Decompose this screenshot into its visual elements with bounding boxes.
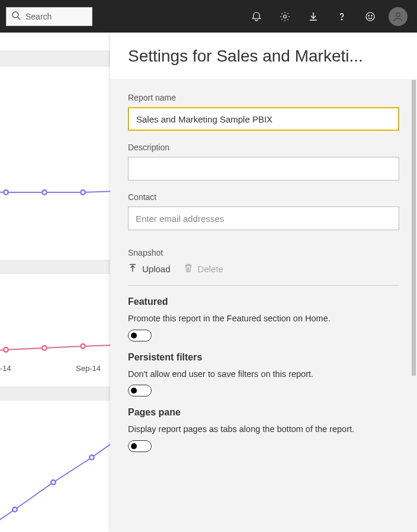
svg-point-3: [341, 19, 342, 20]
panel-title: Settings for Sales and Marketi...: [128, 47, 399, 66]
pages-pane-heading: Pages pane: [128, 407, 399, 418]
svg-point-2: [284, 15, 287, 18]
persistent-filters-toggle[interactable]: [128, 385, 152, 396]
svg-point-6: [371, 15, 372, 15]
pages-pane-toggle[interactable]: [128, 440, 152, 452]
scrollbar-thumb[interactable]: [412, 80, 416, 376]
svg-point-7: [396, 12, 400, 16]
contact-label: Contact: [128, 192, 399, 202]
axis-tick: -14: [0, 364, 11, 373]
divider: [128, 285, 399, 286]
svg-point-23: [52, 481, 55, 484]
report-name-input[interactable]: [128, 107, 399, 131]
svg-point-15: [5, 349, 8, 352]
description-input[interactable]: [128, 157, 399, 180]
search-box[interactable]: [6, 7, 92, 26]
featured-heading: Featured: [128, 296, 399, 307]
delete-button: Delete: [184, 263, 223, 275]
persistent-filters-desc: Don't allow end user to save filters on …: [128, 369, 399, 381]
panel-titlebar: Settings for Sales and Marketi...: [110, 33, 417, 80]
delete-label: Delete: [198, 264, 223, 274]
svg-point-19: [82, 345, 85, 348]
upload-icon: [128, 263, 137, 275]
bg-chart-2: [0, 317, 113, 388]
svg-line-1: [18, 17, 20, 20]
upload-button[interactable]: Upload: [128, 263, 171, 275]
svg-point-13: [82, 191, 85, 194]
search-input[interactable]: [25, 12, 87, 21]
featured-toggle[interactable]: [128, 330, 152, 341]
gear-icon[interactable]: [272, 4, 297, 29]
bg-chart-3: [0, 411, 113, 532]
app-header: [0, 0, 417, 33]
pages-pane-desc: Display report pages as tabs along the b…: [128, 424, 399, 436]
toggle-knob: [131, 333, 137, 338]
description-label: Description: [128, 143, 399, 152]
axis-tick: Sep-14: [76, 364, 101, 373]
search-icon: [11, 11, 21, 22]
toggle-knob: [131, 388, 137, 394]
svg-point-21: [14, 508, 17, 511]
delete-icon: [184, 263, 193, 275]
toggle-knob: [131, 443, 137, 449]
snapshot-actions: Upload Delete: [128, 263, 399, 275]
help-icon[interactable]: [329, 4, 354, 29]
scrollbar[interactable]: [411, 80, 417, 388]
svg-point-0: [12, 12, 18, 18]
download-icon[interactable]: [301, 4, 326, 29]
panel-body: Report name Description Contact Snapshot…: [110, 80, 417, 532]
svg-point-4: [366, 12, 374, 21]
svg-point-5: [368, 15, 369, 15]
avatar[interactable]: [389, 7, 408, 26]
featured-desc: Promote this report in the Featured sect…: [128, 313, 399, 325]
svg-point-25: [91, 456, 94, 459]
feedback-icon[interactable]: [358, 4, 383, 29]
snapshot-label: Snapshot: [128, 248, 399, 257]
upload-label: Upload: [142, 264, 171, 274]
report-name-label: Report name: [128, 93, 399, 102]
persistent-filters-heading: Persistent filters: [128, 352, 399, 363]
svg-point-11: [43, 191, 46, 194]
svg-point-9: [5, 191, 8, 194]
bg-chart-1: [0, 109, 113, 263]
settings-panel: Settings for Sales and Marketi... Report…: [110, 33, 417, 532]
svg-point-17: [43, 347, 46, 350]
contact-input[interactable]: [128, 207, 399, 230]
notifications-icon[interactable]: [244, 4, 269, 29]
